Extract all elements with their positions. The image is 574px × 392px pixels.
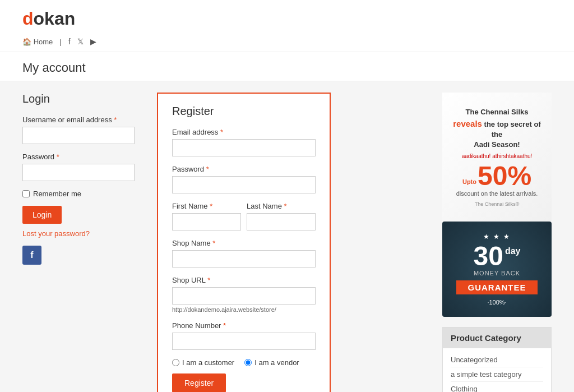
guarantee-box: ★ ★ ★ 30 day MONEY BACK GUARANTEE ·100%· <box>442 222 552 317</box>
username-label: Username or email address * <box>22 116 135 124</box>
lost-password-link[interactable]: Lost your password? <box>22 229 135 238</box>
guarantee-stars: ★ ★ ★ <box>483 233 511 241</box>
customer-radio-label[interactable]: I am a customer <box>172 358 234 367</box>
login-heading: Login <box>22 93 135 105</box>
first-name-group: First Name * <box>172 202 241 230</box>
shop-name-group: Shop Name * <box>172 239 316 268</box>
home-icon: 🏠 <box>22 38 31 46</box>
shop-name-input[interactable] <box>172 250 316 268</box>
reg-password-label: Password * <box>172 165 316 173</box>
first-name-input[interactable] <box>172 213 241 230</box>
category-simple-test[interactable]: a simple test category <box>451 367 543 382</box>
ad-line5: Aadi Season! <box>474 140 520 149</box>
email-input[interactable] <box>172 139 316 156</box>
site-logo: dokan <box>22 8 552 29</box>
last-name-group: Last Name * <box>247 202 316 230</box>
ad-small-text: aadikaathu! athirshtakaathu! <box>462 153 533 159</box>
username-input[interactable] <box>22 127 135 144</box>
product-category-list: Uncategorized a simple test category Clo… <box>443 348 551 392</box>
ad-upto: Upto <box>462 178 476 185</box>
ad-line1: The Chennai Silks <box>466 108 529 116</box>
register-button[interactable]: Register <box>172 373 226 392</box>
guarantee-days: 30 <box>474 243 503 270</box>
guarantee-money-back: MONEY BACK <box>474 270 520 276</box>
category-uncategorized[interactable]: Uncategorized <box>451 353 543 367</box>
nav-twitter[interactable]: 𝕏 <box>77 37 84 46</box>
vendor-radio-label[interactable]: I am a vendor <box>244 358 299 367</box>
twitter-nav-icon: 𝕏 <box>77 37 84 46</box>
email-label: Email address * <box>172 128 316 136</box>
remember-me-checkbox[interactable] <box>22 190 30 197</box>
vendor-radio[interactable] <box>244 359 252 366</box>
facebook-nav-icon: f <box>68 37 71 46</box>
main-container: Login Username or email address * Passwo… <box>0 81 574 392</box>
category-clothing[interactable]: Clothing <box>451 382 543 392</box>
nav-facebook[interactable]: f <box>68 37 71 46</box>
password-required: * <box>57 153 59 161</box>
username-field-group: Username or email address * <box>22 116 135 144</box>
ad-line3: the top secret <box>484 120 532 128</box>
phone-label: Phone Number * <box>172 321 316 330</box>
last-name-input[interactable] <box>247 213 316 230</box>
nav-home[interactable]: 🏠 Home <box>22 38 53 46</box>
login-button[interactable]: Login <box>22 206 62 224</box>
login-facebook-button[interactable]: f <box>22 246 41 265</box>
page-title-bar: My account <box>0 52 574 81</box>
shop-name-label: Shop Name * <box>172 239 316 247</box>
ad-footer: The Chennai Silks® <box>475 201 520 207</box>
email-field-group: Email address * <box>172 128 316 156</box>
remember-me-label: Remember me <box>33 190 81 198</box>
shop-url-hint: http://dokandemo.ajaira.website/store/ <box>172 306 316 313</box>
facebook-login-icon: f <box>30 250 33 260</box>
username-required: * <box>114 116 117 124</box>
product-category-box: Product Category Uncategorized a simple … <box>442 327 552 392</box>
login-section: Login Username or email address * Passwo… <box>22 93 135 392</box>
password-input[interactable] <box>22 164 135 181</box>
logo-rest: okan <box>34 8 76 29</box>
phone-input[interactable] <box>172 333 316 350</box>
site-nav: 🏠 Home | f 𝕏 ▶ <box>22 34 552 52</box>
shop-url-input[interactable] <box>172 287 316 305</box>
name-row: First Name * Last Name * <box>172 202 316 239</box>
shop-url-group: Shop URL * http://dokandemo.ajaira.websi… <box>172 276 316 313</box>
guarantee-day-label: day <box>505 246 521 256</box>
reg-password-input[interactable] <box>172 176 316 193</box>
guarantee-hundred: ·100%· <box>487 299 506 306</box>
reg-password-field-group: Password * <box>172 165 316 193</box>
user-type-group: I am a customer I am a vendor <box>172 358 316 367</box>
page-title: My account <box>22 61 552 75</box>
guarantee-ribbon: GUARANTEE <box>456 280 537 294</box>
site-header: dokan 🏠 Home | f 𝕏 ▶ <box>0 0 574 52</box>
password-field-group: Password * <box>22 153 135 181</box>
phone-group: Phone Number * <box>172 321 316 350</box>
nav-youtube[interactable]: ▶ <box>90 37 96 46</box>
logo-d: d <box>22 8 34 29</box>
remember-me-group: Remember me <box>22 190 135 198</box>
product-category-title: Product Category <box>443 328 551 348</box>
ad-line2: reveals <box>453 119 482 128</box>
ad-banner: The Chennai Silks reveals the top secret… <box>442 93 552 222</box>
password-label: Password * <box>22 153 135 161</box>
nav-divider: | <box>59 38 61 46</box>
last-name-label: Last Name * <box>247 202 316 210</box>
register-heading: Register <box>172 105 316 118</box>
customer-radio[interactable] <box>172 359 179 366</box>
register-section: Register Email address * Password * <box>157 93 331 392</box>
first-name-label: First Name * <box>172 202 241 210</box>
ad-percent: 50% <box>478 163 531 190</box>
right-sidebar: The Chennai Silks reveals the top secret… <box>442 93 552 392</box>
ad-subtitle: discount on the latest arrivals. <box>456 190 538 197</box>
content-wrapper: Login Username or email address * Passwo… <box>22 93 425 392</box>
shop-url-label: Shop URL * <box>172 276 316 284</box>
youtube-nav-icon: ▶ <box>90 37 96 46</box>
